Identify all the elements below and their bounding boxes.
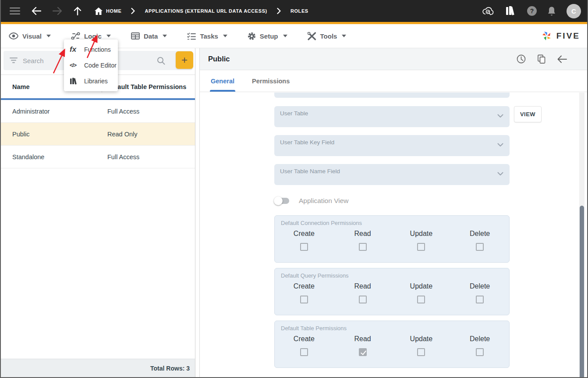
hamburger-menu-icon[interactable] xyxy=(10,7,20,15)
permission-checkbox-create[interactable] xyxy=(300,296,308,303)
tab-bar: General Permissions xyxy=(200,70,587,92)
permission-column-label: Read xyxy=(333,230,392,238)
application-view-toggle[interactable]: Application View xyxy=(274,195,348,207)
menu-item-visual[interactable]: Visual xyxy=(9,32,51,40)
menu-item-tools[interactable]: Tools xyxy=(308,32,347,40)
group-label: Default Query Permissions xyxy=(281,272,349,279)
checkbox-cell xyxy=(333,348,392,356)
checkbox-cell xyxy=(333,296,392,303)
scrollbar-thumb[interactable] xyxy=(580,206,584,378)
permission-checkbox-read[interactable] xyxy=(359,296,367,303)
topbar-actions: ? C xyxy=(482,4,581,18)
group-label: Default Table Permissions xyxy=(281,325,347,332)
five-pinwheel-icon xyxy=(541,30,553,42)
permission-column-label: Delete xyxy=(450,335,509,343)
home-icon[interactable] xyxy=(95,7,103,15)
permission-checkbox-create[interactable] xyxy=(300,243,308,251)
permission-column-label: Create xyxy=(275,282,333,290)
role-permission-cell: Read Only xyxy=(107,131,138,138)
toggle-track xyxy=(274,198,289,204)
tab-general[interactable]: General xyxy=(210,78,235,92)
menu-item-code-editor[interactable]: </> Code Editor xyxy=(64,57,118,73)
checkbox-cell xyxy=(392,348,451,356)
permission-checkbox-delete[interactable] xyxy=(476,243,484,251)
tab-permissions[interactable]: Permissions xyxy=(251,78,290,92)
permission-checkbox-update[interactable] xyxy=(417,348,425,356)
chevron-down-icon xyxy=(342,35,346,37)
up-arrow-icon[interactable] xyxy=(74,7,81,15)
dropdown-item-label: Code Editor xyxy=(84,62,117,69)
menu-item-logic[interactable]: Logic xyxy=(71,32,111,40)
library-icon xyxy=(70,78,79,85)
breadcrumb-applications[interactable]: APPLICATIONS (EXTERNAL URL DATA ACCESS) xyxy=(145,8,267,14)
checkbox-cell xyxy=(392,296,451,303)
user-table-name-field-select[interactable]: User Table Name Field xyxy=(274,164,510,185)
menu-item-tasks[interactable]: Tasks xyxy=(187,32,227,40)
copy-icon[interactable] xyxy=(537,54,546,64)
permission-column-label: Delete xyxy=(450,282,509,290)
collapse-arrow-left-icon[interactable] xyxy=(557,55,567,63)
add-record-button[interactable]: + xyxy=(176,51,193,69)
history-clock-icon[interactable] xyxy=(517,54,526,64)
permission-checkbox-read[interactable] xyxy=(359,243,367,251)
menu-item-label: Visual xyxy=(22,32,42,40)
permission-column-label: Delete xyxy=(450,230,509,238)
menu-item-setup[interactable]: Setup xyxy=(248,32,287,40)
menu-item-functions[interactable]: fx Functions xyxy=(64,42,118,57)
table-row[interactable]: Public Read Only xyxy=(1,123,195,146)
vertical-scrollbar[interactable] xyxy=(579,93,584,377)
permission-checkbox-create[interactable] xyxy=(300,348,308,356)
permission-checkbox-delete[interactable] xyxy=(476,296,484,303)
search-icon[interactable] xyxy=(157,57,165,65)
help-icon[interactable]: ? xyxy=(527,6,537,16)
checkbox-cell xyxy=(275,243,333,251)
permission-column-label: Update xyxy=(392,230,451,238)
code-icon: </> xyxy=(70,62,79,68)
record-detail-panel: Public General Permissions User Table xyxy=(199,48,587,377)
chevron-right-icon xyxy=(277,8,281,14)
group-columns: CreateReadUpdateDelete xyxy=(275,335,509,343)
detail-header-actions xyxy=(517,54,567,64)
chevron-down-icon xyxy=(223,35,227,37)
permission-checkbox-update[interactable] xyxy=(417,296,425,303)
avatar[interactable]: C xyxy=(567,4,581,18)
breadcrumb: HOME APPLICATIONS (EXTERNAL URL DATA ACC… xyxy=(95,7,308,15)
permission-group: Default Query Permissions CreateReadUpda… xyxy=(274,268,510,315)
group-checks xyxy=(275,348,509,356)
menu-item-label: Data xyxy=(144,32,158,40)
table-row[interactable]: Standalone Full Access xyxy=(1,146,195,168)
breadcrumb-roles[interactable]: ROLES xyxy=(290,8,308,14)
permission-group: Default Connection Permissions CreateRea… xyxy=(274,215,510,263)
permission-checkbox-read[interactable] xyxy=(359,348,367,356)
gear-icon xyxy=(248,32,256,40)
chevron-down-icon xyxy=(46,35,51,37)
menu-item-label: Tools xyxy=(320,32,337,40)
notification-bell-icon[interactable] xyxy=(547,6,556,16)
dropdown-field-cropped[interactable] xyxy=(274,93,510,98)
menu-item-data[interactable]: Data xyxy=(131,32,167,40)
logic-dropdown-menu: fx Functions </> Code Editor Libraries xyxy=(64,39,118,91)
role-name-cell: Administrator xyxy=(12,108,107,115)
breadcrumb-home[interactable]: HOME xyxy=(106,8,121,14)
menu-item-libraries[interactable]: Libraries xyxy=(64,73,118,89)
column-header-default-table-permissions[interactable]: Default Table Permissions xyxy=(107,83,186,90)
user-table-key-field-select[interactable]: User Table Key Field xyxy=(274,135,510,156)
plus-icon: + xyxy=(181,54,188,66)
cloud-search-icon[interactable] xyxy=(482,6,494,16)
field-label: User Table Key Field xyxy=(280,139,334,146)
forward-arrow-icon[interactable] xyxy=(53,7,62,15)
permission-column-label: Read xyxy=(333,335,392,343)
permission-checkbox-update[interactable] xyxy=(417,243,425,251)
permission-column-label: Read xyxy=(333,282,392,290)
permission-checkbox-delete[interactable] xyxy=(476,348,484,356)
permission-column-label: Create xyxy=(275,230,333,238)
permission-group: Default Table Permissions CreateReadUpda… xyxy=(274,321,510,368)
back-arrow-icon[interactable] xyxy=(32,7,41,15)
view-button[interactable]: VIEW xyxy=(514,106,542,122)
field-label: User Table xyxy=(280,110,308,117)
table-row[interactable]: Administrator Full Access xyxy=(1,100,195,123)
total-rows-label: Total Rows: 3 xyxy=(150,365,190,372)
library-icon[interactable] xyxy=(505,6,517,16)
checkbox-cell xyxy=(450,348,509,356)
user-table-select[interactable]: User Table xyxy=(274,106,510,127)
